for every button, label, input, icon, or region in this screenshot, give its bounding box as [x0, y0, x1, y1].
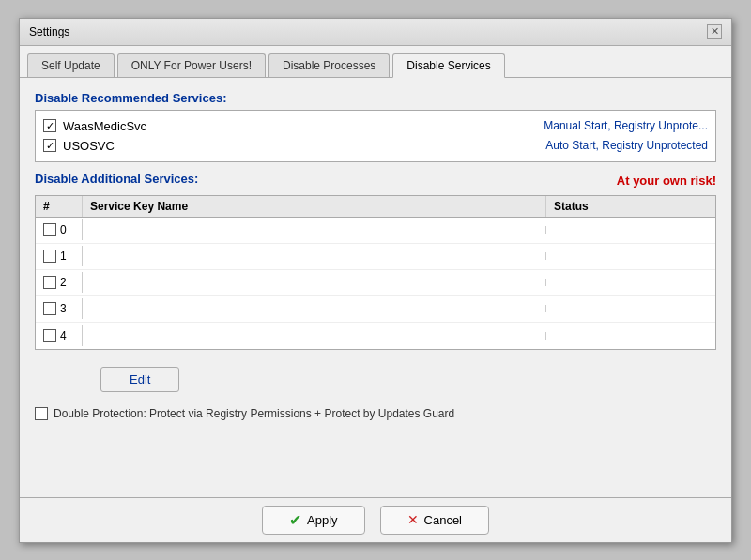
additional-section-label: Disable Additional Services:: [35, 172, 198, 186]
row-0-checkbox[interactable]: [43, 223, 56, 236]
apply-button[interactable]: ✔ Apply: [262, 506, 365, 535]
close-button[interactable]: ✕: [707, 24, 722, 39]
row-4-num: 4: [60, 329, 67, 342]
row-1-name: [83, 252, 546, 260]
row-0-status: [546, 226, 715, 234]
row-4-name: [83, 332, 546, 340]
settings-window: Settings ✕ Self Update ONLY For Power Us…: [19, 18, 732, 543]
waasmedi-status: Manual Start, Registry Unprote...: [544, 119, 708, 132]
table-row: 0: [36, 218, 715, 244]
row-4-checkbox[interactable]: [43, 329, 56, 342]
row-3-num-cell: 3: [36, 298, 83, 319]
additional-header: Disable Additional Services: At your own…: [35, 172, 716, 190]
bottom-bar: ✔ Apply ✕ Cancel: [20, 497, 731, 542]
row-1-status: [546, 252, 715, 260]
double-protection-label: Double Protection: Protect via Registry …: [54, 407, 454, 420]
additional-section: Disable Additional Services: At your own…: [35, 172, 716, 350]
row-2-num-cell: 2: [36, 272, 83, 293]
service-row-waasmedi: ✓ WaasMedicSvc Manual Start, Registry Un…: [43, 116, 708, 136]
row-0-name: [83, 226, 546, 234]
row-3-status: [546, 305, 715, 312]
col-header-num: #: [36, 196, 83, 217]
row-1-num: 1: [60, 250, 67, 263]
additional-services-table: # Service Key Name Status 0: [35, 195, 716, 350]
apply-icon: ✔: [289, 511, 301, 529]
col-header-name: Service Key Name: [83, 196, 546, 217]
usosvc-status: Auto Start, Registry Unprotected: [545, 139, 708, 152]
waasmedi-checkbox[interactable]: ✓: [43, 119, 56, 132]
row-3-checkbox[interactable]: [43, 302, 56, 315]
row-4-status: [546, 332, 715, 340]
recommended-section-label: Disable Recommended Services:: [35, 91, 716, 105]
double-protection-checkbox[interactable]: [35, 407, 48, 420]
row-1-checkbox[interactable]: [43, 250, 56, 263]
cancel-label: Cancel: [424, 513, 462, 527]
table-header: # Service Key Name Status: [36, 196, 715, 218]
recommended-services-box: ✓ WaasMedicSvc Manual Start, Registry Un…: [35, 110, 716, 162]
tab-disable-services[interactable]: Disable Services: [392, 53, 504, 78]
table-row: 1: [36, 244, 715, 270]
row-2-name: [83, 279, 546, 286]
row-4-num-cell: 4: [36, 325, 83, 346]
waasmedi-name: WaasMedicSvc: [63, 119, 544, 133]
edit-button[interactable]: Edit: [100, 367, 179, 392]
tab-self-update[interactable]: Self Update: [27, 53, 115, 77]
row-0-num: 0: [60, 223, 67, 236]
risk-text: At your own risk!: [617, 174, 716, 188]
row-3-name: [83, 305, 546, 312]
tab-power-users[interactable]: ONLY For Power Users!: [117, 53, 266, 77]
row-3-num: 3: [60, 302, 67, 315]
row-2-num: 2: [60, 276, 67, 289]
row-2-status: [546, 279, 715, 286]
table-row: 3: [36, 296, 715, 323]
usosvc-name: USOSVC: [63, 139, 545, 153]
window-title: Settings: [29, 25, 69, 38]
col-header-status: Status: [546, 196, 715, 217]
recommended-section: Disable Recommended Services: ✓ WaasMedi…: [35, 91, 716, 162]
title-bar: Settings ✕: [20, 19, 731, 46]
main-content: Disable Recommended Services: ✓ WaasMedi…: [20, 78, 731, 497]
apply-label: Apply: [307, 513, 338, 527]
tab-bar: Self Update ONLY For Power Users! Disabl…: [20, 46, 731, 78]
table-row: 4: [36, 323, 715, 349]
table-row: 2: [36, 270, 715, 296]
tab-disable-processes[interactable]: Disable Processes: [268, 53, 390, 77]
service-row-usosvc: ✓ USOSVC Auto Start, Registry Unprotecte…: [43, 136, 708, 156]
row-1-num-cell: 1: [36, 246, 83, 266]
double-protection-row: Double Protection: Protect via Registry …: [35, 407, 716, 420]
row-0-num-cell: 0: [36, 219, 83, 240]
usosvc-checkbox[interactable]: ✓: [43, 139, 56, 152]
cancel-icon: ✕: [407, 512, 419, 527]
row-2-checkbox[interactable]: [43, 276, 56, 289]
cancel-button[interactable]: ✕ Cancel: [380, 506, 489, 535]
